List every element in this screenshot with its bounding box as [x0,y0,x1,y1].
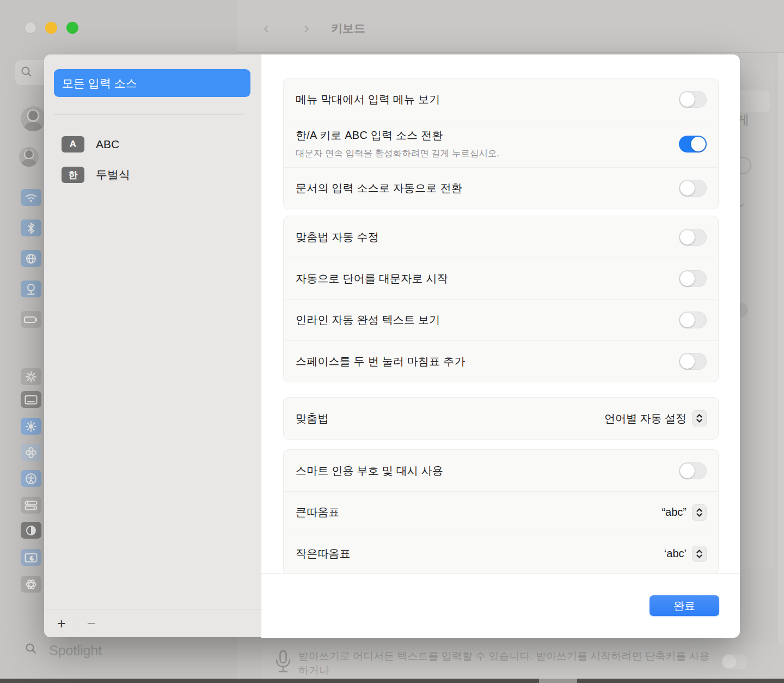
settings-row: 스페이스를 두 번 눌러 마침표 추가 [284,340,718,382]
wifi-icon[interactable] [21,189,41,206]
setting-sublabel: 대문자 연속 입력을 활성화하려면 길게 누르십시오. [296,148,679,160]
settings-row: 작은따옴표‘abc’ [284,533,718,573]
sidebar-item-all-input-sources[interactable]: 모든 입력 소스 [54,69,250,97]
remove-input-source-button[interactable]: − [81,613,102,635]
control-center-icon[interactable] [21,497,41,514]
setting-toggle[interactable] [679,270,707,287]
setting-label: 인라인 자동 완성 텍스트 보기 [296,313,679,327]
close-button[interactable] [24,22,36,34]
toggle-knob [680,271,695,286]
sheet-content: 메뉴 막대에서 입력 메뉴 보기한/A 키로 ABC 입력 소스 전환대문자 연… [261,54,740,637]
stepper-icon[interactable] [692,546,707,562]
setting-label: 큰따옴표 [296,505,661,520]
page-title: 키보드 [331,21,365,36]
appearance-contrast-icon[interactable] [21,522,41,539]
titlebar-divider [237,52,784,53]
setting-toggle[interactable] [679,312,707,328]
vpn-globe-icon[interactable] [21,280,41,297]
screensaver-atom-icon[interactable] [21,576,41,593]
add-input-source-button[interactable]: + [51,613,72,635]
user-avatar[interactable] [21,106,46,131]
settings-row: 큰따옴표“abc” [284,491,718,533]
microphone-icon [275,649,291,676]
select-value: 언어별 자동 설정 [604,411,687,426]
setting-toggle[interactable] [679,353,707,370]
family-avatar[interactable] [19,147,39,167]
input-source-label: 두벌식 [96,167,130,182]
lock-screen-icon[interactable] [21,549,41,566]
input-sources-sheet: 모든 입력 소스 AABC한두벌식 + − 메뉴 막대에서 입력 메뉴 보기한/… [44,54,740,637]
bluetooth-icon[interactable] [21,219,41,236]
toggle-knob [680,313,695,327]
settings-row: 인라인 자동 완성 텍스트 보기 [284,299,718,340]
toggle-knob [680,230,695,245]
setting-label: 맞춤법 [296,411,604,426]
settings-row: 한/A 키로 ABC 입력 소스 전환대문자 연속 입력을 활성화하려면 길게 … [284,120,718,167]
setting-toggle[interactable] [679,136,707,153]
sheet-sidebar: 모든 입력 소스 AABC한두벌식 + − [44,54,261,637]
setting-label: 문서의 입력 소스로 자동으로 전환 [296,181,679,196]
stepper-icon[interactable] [692,504,707,521]
setting-label: 작은따옴표 [296,546,664,561]
settings-row: 문서의 입력 소스로 자동으로 전환 [284,167,718,209]
setting-select[interactable]: 언어별 자동 설정 [604,410,707,426]
input-source-row[interactable]: 한두벌식 [54,161,250,188]
setting-label: 한/A 키로 ABC 입력 소스 전환 [296,128,679,143]
settings-row: 맞춤법 자동 수정 [284,216,718,258]
battery-icon[interactable] [21,311,41,328]
settings-group: 맞춤법 자동 수정자동으로 단어를 대문자로 시작인라인 자동 완성 텍스트 보… [283,216,719,382]
select-value: ‘abc’ [664,547,687,560]
input-source-row[interactable]: AABC [54,131,250,158]
settings-row: 메뉴 막대에서 입력 메뉴 보기 [284,78,718,120]
toggle-knob [680,92,695,107]
toggle-knob [680,464,695,478]
sidebar-bottom-bar: + − [44,609,261,638]
back-icon[interactable]: ‹ [264,19,269,37]
stepper-icon[interactable] [692,410,707,426]
background-card-edge [775,60,775,637]
minimize-button[interactable] [45,22,57,34]
toggle-knob [680,354,695,369]
setting-toggle[interactable] [679,462,707,479]
setting-toggle[interactable] [679,91,707,108]
desktop-strip [0,679,784,683]
input-source-badge: 한 [62,167,84,183]
scrollbar-track[interactable] [778,53,784,683]
button-divider [77,615,77,632]
setting-select[interactable]: ‘abc’ [664,546,707,562]
accessibility-icon[interactable] [21,470,41,487]
network-globe-icon[interactable] [21,250,41,267]
setting-label: 스페이스를 두 번 눌러 마침표 추가 [296,354,679,369]
toggle-knob [691,137,706,151]
sheet-footer: 완료 [261,573,740,638]
done-button[interactable]: 완료 [650,595,719,616]
settings-group: 메뉴 막대에서 입력 메뉴 보기한/A 키로 ABC 입력 소스 전환대문자 연… [283,78,719,209]
settings-row: 스마트 인용 부호 및 대시 사용 [284,450,718,491]
setting-label: 자동으로 단어를 대문자로 시작 [296,271,679,286]
setting-label: 메뉴 막대에서 입력 메뉴 보기 [296,92,679,107]
toggle-knob [680,181,695,196]
setting-toggle[interactable] [679,229,707,246]
settings-group: 맞춤법언어별 자동 설정 [283,397,719,440]
setting-select[interactable]: “abc” [661,504,707,521]
general-gear-icon[interactable] [21,368,41,385]
sidebar-separator [54,114,243,115]
forward-icon[interactable]: › [304,19,309,37]
dictation-toggle[interactable] [721,654,748,669]
displays-sun-icon[interactable] [21,418,41,435]
settings-row: 자동으로 단어를 대문자로 시작 [284,258,718,299]
setting-label: 스마트 인용 부호 및 대시 사용 [296,464,679,478]
desktop-strip-highlight [539,679,577,683]
input-source-label: ABC [96,138,119,151]
sidebar-item-label: 모든 입력 소스 [62,76,137,91]
select-value: “abc” [661,506,687,519]
keyboard-icon[interactable] [21,391,41,408]
sidebar-item-spotlight-label[interactable]: Spotlight [49,643,102,658]
spotlight-search-icon[interactable] [21,640,41,657]
zoom-button[interactable] [66,22,78,34]
settings-scroll-area: 메뉴 막대에서 입력 메뉴 보기한/A 키로 ABC 입력 소스 전환대문자 연… [261,54,740,573]
search-icon [21,66,33,78]
setting-toggle[interactable] [679,180,707,197]
siri-flower-icon[interactable] [21,444,41,461]
dictation-description: 받아쓰기로 어디서든 텍스트를 입력할 수 있습니다. 받아쓰기를 시작하려면 … [298,649,718,683]
